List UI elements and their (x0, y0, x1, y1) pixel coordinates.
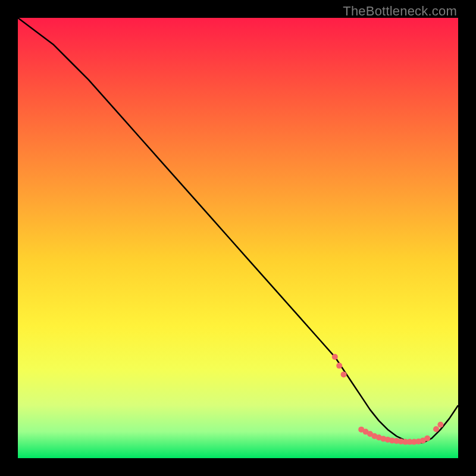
data-point (336, 363, 342, 369)
data-point (332, 354, 338, 360)
gradient-background (18, 18, 458, 458)
chart-frame (18, 18, 458, 458)
watermark-text: TheBottleneck.com (343, 4, 457, 19)
data-point (433, 426, 439, 432)
data-point (341, 371, 347, 377)
data-point (424, 436, 430, 441)
data-point (437, 422, 443, 428)
bottleneck-chart (18, 18, 458, 458)
